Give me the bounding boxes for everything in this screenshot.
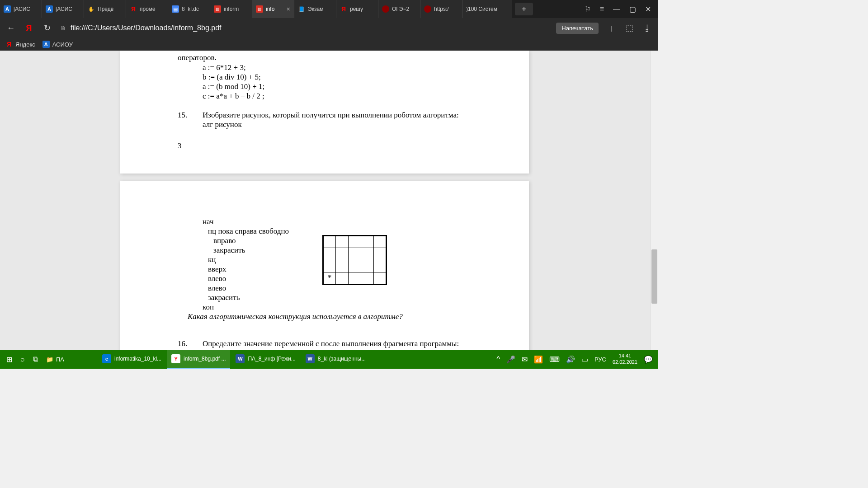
tab-system[interactable]: )100 Систем xyxy=(462,0,512,18)
folder-icon: 📁 xyxy=(46,356,53,363)
bookmarks-bar: Я Яндекс A АСИОУ xyxy=(0,38,658,51)
back-button[interactable]: ← xyxy=(5,23,16,33)
alg-vverh: вверх xyxy=(208,264,226,275)
bookmarks-icon[interactable]: ⚐ xyxy=(585,5,591,14)
alg-zakrasit-2: закрасить xyxy=(208,293,240,303)
tray-wifi-icon[interactable]: 📶 xyxy=(534,355,543,364)
favicon-book-icon: 📘 xyxy=(298,5,305,13)
reload-button[interactable]: ↻ xyxy=(42,23,52,33)
extensions-icon[interactable]: ⬚ xyxy=(624,23,635,33)
maximize-icon[interactable]: ▢ xyxy=(629,5,636,14)
tray-notifications-icon[interactable]: 💬 xyxy=(644,355,653,364)
search-icon[interactable]: ⌕ xyxy=(20,355,25,363)
bookmark-label: АСИОУ xyxy=(52,41,73,48)
tab-asiou-2[interactable]: A [АСИС xyxy=(42,0,84,18)
tab-asiou-1[interactable]: A [АСИС xyxy=(0,0,42,18)
tab-title: info xyxy=(266,6,284,12)
url-area[interactable]: 🗎 file:///C:/Users/User/Downloads/inform… xyxy=(60,24,549,32)
tray-keyboard-icon[interactable]: ⌨ xyxy=(549,355,560,364)
app-label: 8_kl (защищенны... xyxy=(318,356,366,362)
taskbar-app-word-1[interactable]: W ПА_8_инф [Режи... xyxy=(231,350,300,369)
taskbar-app-word-2[interactable]: W 8_kl (защищенны... xyxy=(301,350,370,369)
vertical-scrollbar[interactable] xyxy=(650,51,658,350)
window-controls: ⚐ ≡ — ▢ ✕ xyxy=(577,0,658,18)
taskbar-app-edge[interactable]: e informatika_10_kl... xyxy=(98,350,166,369)
favicon-red-icon xyxy=(424,5,431,13)
task-view-icon[interactable]: ⧉ xyxy=(33,355,38,363)
robot-star: * xyxy=(323,272,336,285)
code-line-2: b := (a div 10) + 5; xyxy=(203,72,261,83)
tray-language[interactable]: РУС xyxy=(594,356,606,363)
q15-text: Изобразите рисунок, который получится пр… xyxy=(203,110,483,121)
tray-time: 14:41 xyxy=(613,353,637,359)
alg-kon: кон xyxy=(203,302,214,313)
tab-oge[interactable]: ОГЭ−2 xyxy=(378,0,420,18)
alg-vlevo-2: влево xyxy=(208,283,226,294)
favicon-pdf-icon: ▤ xyxy=(214,5,221,13)
tray-date: 02.02.2021 xyxy=(613,359,637,366)
minimize-icon[interactable]: — xyxy=(613,5,620,13)
page-container: операторов. a := 6*12 + 3; b := (a div 1… xyxy=(120,51,529,350)
browser-chrome: A [АСИС A [АСИС ✋ Предв Я проме ▤ 8_kl.d… xyxy=(0,0,658,51)
bookmark-asiou[interactable]: A АСИОУ xyxy=(42,41,73,48)
tab-bar: A [АСИС A [АСИС ✋ Предв Я проме ▤ 8_kl.d… xyxy=(0,0,658,18)
tab-title: inform xyxy=(224,6,248,12)
favicon-yandex-icon: Я xyxy=(130,5,137,13)
word-icon: W xyxy=(236,354,245,363)
pdf-viewport[interactable]: операторов. a := 6*12 + 3; b := (a div 1… xyxy=(0,51,658,350)
tab-https[interactable]: https:/ xyxy=(420,0,462,18)
scroll-thumb[interactable] xyxy=(651,249,657,304)
yandex-home-icon[interactable]: Я xyxy=(24,23,34,33)
tray-battery-icon[interactable]: ▭ xyxy=(581,355,588,364)
code-line-1: a := 6*12 + 3; xyxy=(203,63,246,73)
edge-icon: e xyxy=(102,354,111,363)
tray-clock[interactable]: 14:41 02.02.2021 xyxy=(613,353,637,366)
tray-volume-icon[interactable]: 🔊 xyxy=(566,355,575,364)
download-icon[interactable]: ⭳ xyxy=(642,23,653,33)
taskbar-folder[interactable]: 📁 ПА xyxy=(46,356,64,363)
favicon-pdf-icon: ▤ xyxy=(256,5,263,13)
taskbar-apps: e informatika_10_kl... Y inform_8bg.pdf … xyxy=(98,350,370,369)
menu-icon[interactable]: ≡ xyxy=(600,5,604,13)
tab-close-icon[interactable]: × xyxy=(287,5,290,13)
q15-italic: Какая алгоритмическая конструкция исполь… xyxy=(188,312,403,322)
app-label: ПА_8_инф [Режи... xyxy=(248,356,295,362)
app-label: inform_8bg.pdf ... xyxy=(184,356,226,362)
pdf-page-1: операторов. a := 6*12 + 3; b := (a div 1… xyxy=(120,51,529,174)
bookmark-label: Яндекс xyxy=(15,41,35,48)
grid-table: * xyxy=(322,235,387,285)
tab-exam[interactable]: 📘 Экзам xyxy=(294,0,336,18)
tab-info-active[interactable]: ▤ info × xyxy=(252,0,294,18)
taskbar-left: ⊞ ⌕ ⧉ 📁 ПА xyxy=(0,355,71,364)
tab-title: [АСИС xyxy=(14,6,38,12)
q16-number: 16. xyxy=(178,339,187,349)
tray-mic-icon[interactable]: 🎤 xyxy=(506,355,515,364)
tab-title: [АСИС xyxy=(56,6,80,12)
taskbar-app-yandex[interactable]: Y inform_8bg.pdf ... xyxy=(167,350,230,369)
favicon-yandex-icon: Я xyxy=(340,5,347,13)
tab-title: ОГЭ−2 xyxy=(392,6,416,12)
new-tab-button[interactable]: + xyxy=(515,3,533,15)
close-window-icon[interactable]: ✕ xyxy=(645,5,651,14)
system-tray: ^ 🎤 ✉ 📶 ⌨ 🔊 ▭ РУС 14:41 02.02.2021 💬 xyxy=(491,353,658,366)
favicon-a-icon: A xyxy=(4,5,11,13)
q15-sub: алг рисунок xyxy=(203,120,242,130)
start-button[interactable]: ⊞ xyxy=(6,355,12,364)
tray-chevron-icon[interactable]: ^ xyxy=(496,355,500,363)
folder-label: ПА xyxy=(56,356,64,363)
tab-title: Предв xyxy=(98,6,122,12)
alg-vpravo: вправо xyxy=(213,236,236,246)
favicon-red-icon xyxy=(382,5,389,13)
address-bar: ← Я ↻ 🗎 file:///C:/Users/User/Downloads/… xyxy=(0,18,658,38)
tab-inform[interactable]: ▤ inform xyxy=(210,0,252,18)
tab-predv[interactable]: ✋ Предв xyxy=(84,0,126,18)
q15-number: 15. xyxy=(178,110,187,121)
yandex-icon: Я xyxy=(5,41,13,48)
tab-reshu[interactable]: Я решу xyxy=(336,0,378,18)
tab-8kl[interactable]: ▤ 8_kl.dc xyxy=(168,0,210,18)
bookmark-yandex[interactable]: Я Яндекс xyxy=(5,41,35,48)
tray-mail-icon[interactable]: ✉ xyxy=(522,355,528,364)
print-button[interactable]: Напечатать xyxy=(556,23,599,34)
tab-title: Экзам xyxy=(308,6,332,12)
tab-prome[interactable]: Я проме xyxy=(126,0,168,18)
